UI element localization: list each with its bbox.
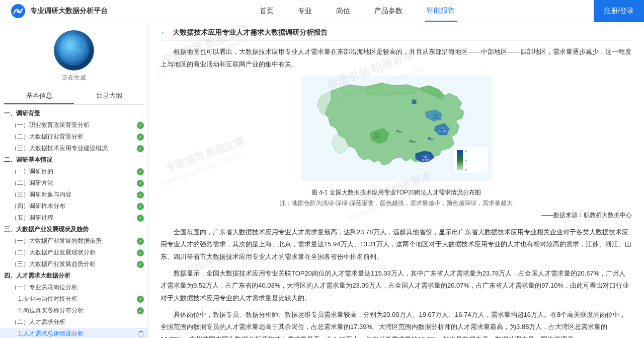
svg-text:低: 低 [465,168,467,171]
svg-text:4.17万: 4.17万 [374,136,380,139]
tree-item[interactable]: （三）大数据产业发展趋势分析 ✓ [0,258,148,270]
tree-item[interactable]: （五）调研过程 ✓ [0,212,148,224]
sidebar-tabs: 基本信息 目录大纲 [4,88,144,105]
check-icon: ✓ [137,249,144,256]
tree-item[interactable]: （二）大数据产业发展现状分析 ✓ [0,247,148,258]
check-icon: ✓ [137,145,144,152]
main-layout: 正在生成 基本信息 目录大纲 一、调研背景 （一）职业教育政策背景分析 ✓ （二… [0,22,644,338]
content-body: 根据地图也可以看出，大数据技术应用专业人才需求量在东部沿海地区是较高的，并且从东… [160,46,632,338]
svg-text:浙江: 浙江 [430,138,434,141]
profile-status: 正在生成 [62,74,86,82]
check-icon: ✓ [137,215,144,222]
check-icon: ✓ [137,191,144,198]
logo: 专业调研大数据分析平台 [0,3,121,19]
china-map: 广东 23.78万 北京 13.31万 上海 15.94万 山东 6.37万 四… [301,76,492,181]
tree-item[interactable]: （四）调研样本分布 ✓ [0,200,148,212]
tab-basic[interactable]: 基本信息 [4,88,74,104]
check-icon: ✓ [137,133,144,141]
paragraph-1: 全国范围内，广东省大数据技术应用专业人才需求量最高，达到23.78万人，远超其他… [160,226,632,263]
sidebar: 正在生成 基本信息 目录大纲 一、调研背景 （一）职业教育政策背景分析 ✓ （二… [0,22,148,338]
tree-item[interactable]: 三、大数据产业发展现状及趋势 [0,224,148,235]
svg-text:6.37万: 6.37万 [433,117,439,119]
svg-text:湖北: 湖北 [398,130,403,133]
tree-item[interactable]: （三）调研对象与内容 ✓ [0,189,148,200]
svg-rect-24 [457,150,463,170]
tree-item[interactable]: （一）专业关联岗位分析 [0,282,148,293]
svg-point-1 [17,10,20,13]
profile-section: 正在生成 [0,22,148,86]
header: 专业调研大数据分析平台 首页 专业 岗位 产品参数 智能报告 注册/登录 [0,0,644,22]
content-area: 专家指导 数据支撑 experts to guide data support … [148,22,644,338]
sidebar-tree: 一、调研背景 （一）职业教育政策背景分析 ✓ （二）大数据行业背景分析 ✓ （三… [0,105,148,338]
svg-text:高: 高 [465,150,467,153]
intro-paragraph: 根据地图也可以看出，大数据技术应用专业人才需求量在东部沿海地区是较高的，并且从东… [160,46,632,71]
tree-item[interactable]: （二）人才需求分析 [0,316,148,328]
svg-text:广东: 广东 [421,155,427,158]
svg-text:上海: 上海 [440,127,444,129]
tree-item[interactable]: （一）调研目的 ✓ [0,166,148,177]
svg-text:北京: 北京 [412,98,417,101]
tree-item[interactable]: （三）大数据技术应用专业建设概况 ✓ [0,143,148,154]
check-icon: ✓ [137,261,144,268]
check-icon: ✓ [137,122,144,129]
svg-point-3 [63,47,85,61]
logo-text: 专业调研大数据分析平台 [30,7,108,16]
check-icon: ✓ [137,307,144,314]
logo-icon [10,3,26,19]
paragraph-2: 数据显示，全国大数据技术应用专业关联TOP20岗位的人才需求量达115.03万人… [160,267,632,305]
login-button[interactable]: 注册/登录 [594,0,644,22]
tree-item[interactable]: （二）调研方法 ✓ [0,177,148,189]
nav-product[interactable]: 产品参数 [372,0,405,22]
back-button[interactable]: ← [160,28,169,37]
check-icon: ✓ [137,296,144,303]
map-source: ——数据来源：职教桥大数据中心 [160,210,632,221]
tree-item[interactable]: 2.岗位真实各称分布分析 ✓ [0,305,148,316]
tree-item-active[interactable]: 1.人才需求总体情况分析 [0,328,148,338]
nav-major[interactable]: 专业 [296,0,314,22]
map-container: 广东 23.78万 北京 13.31万 上海 15.94万 山东 6.37万 四… [160,76,632,221]
tree-item[interactable]: （二）大数据行业背景分析 ✓ [0,131,148,143]
main-nav: 首页 专业 岗位 产品参数 智能报告 [121,0,594,22]
tab-outline[interactable]: 目录大纲 [74,88,144,104]
svg-text:湖南: 湖南 [412,141,416,143]
svg-text:23.78万: 23.78万 [422,159,430,162]
spinner-icon [138,331,144,337]
check-icon: ✓ [137,168,144,175]
avatar [54,30,94,71]
loading-indicator [138,331,144,337]
tree-item[interactable]: （一）职业教育政策背景分析 ✓ [0,119,148,131]
svg-text:四川: 四川 [375,133,379,136]
svg-text:中: 中 [465,159,467,162]
svg-point-2 [55,31,93,70]
nav-position[interactable]: 岗位 [334,0,352,22]
check-icon: ✓ [137,238,144,245]
nav-report[interactable]: 智能报告 [425,0,457,22]
tree-item[interactable]: 四、人才需求大数据分析 [0,270,148,282]
svg-text:15.94万: 15.94万 [439,130,446,132]
paragraph-3: 具体岗位中，数据专员、数据分析师、数据运维专员需求量较高，分别为20.00万人、… [160,309,632,338]
svg-text:13.31万: 13.31万 [411,102,418,104]
tree-item[interactable]: 一、调研背景 [0,108,148,119]
nav-home[interactable]: 首页 [258,0,276,22]
map-caption: 图 4-1 全国大数据技术应用专业TOP20岗位人才需求情况分布图 [160,187,632,198]
tree-item[interactable]: 二、调研基本情况 [0,154,148,166]
svg-text:山东: 山东 [434,114,438,116]
check-icon: ✓ [137,180,144,187]
content-title: 大数据技术应用专业人才需求大数据调研分析报告 [173,28,328,37]
content-header: ← 大数据技术应用专业人才需求大数据调研分析报告 [160,28,632,41]
tree-item[interactable]: 1.专业与岗位对接分析 ✓ [0,293,148,305]
tree-item[interactable]: （一）大数据产业发展的数据依势 ✓ [0,235,148,247]
map-note: 注：地图色阶为浅绿-深绿-深蓝渐变，颜色越浅，需求量越小，颜色越深绿，需求量越大 [160,198,632,209]
check-icon: ✓ [137,203,144,210]
